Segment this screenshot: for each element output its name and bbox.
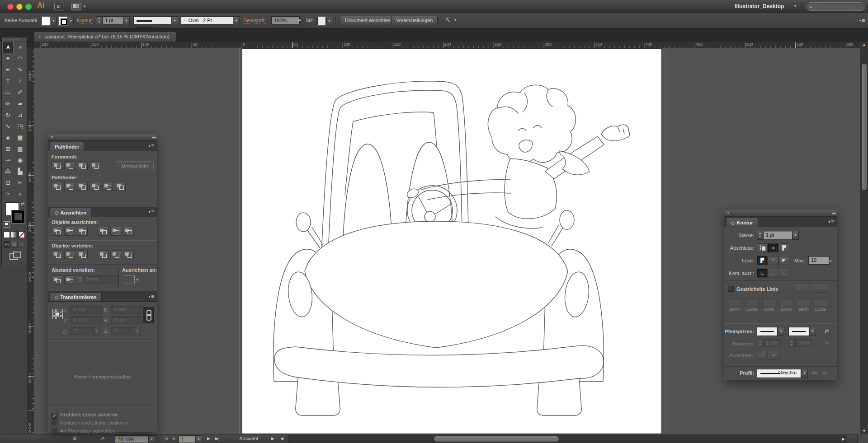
- align-center-h-icon[interactable]: [64, 227, 75, 236]
- y-field[interactable]: 0 mm: [71, 316, 102, 324]
- trim-icon[interactable]: [64, 182, 75, 191]
- rotate-caret-icon[interactable]: ▼: [93, 327, 100, 336]
- rectangle-tool[interactable]: ▭: [2, 87, 14, 98]
- align-left-icon[interactable]: [52, 227, 62, 236]
- control-panel-menu-icon[interactable]: ≣: [859, 18, 865, 23]
- swap-arrowheads-icon[interactable]: ⇄: [825, 328, 829, 334]
- isolate-selection-icon[interactable]: ⇱: [445, 17, 450, 23]
- align-stroke-outside-icon[interactable]: ∟: [778, 269, 789, 278]
- distribute-top-icon[interactable]: [52, 250, 62, 259]
- mesh-tool[interactable]: ⊞: [2, 143, 14, 154]
- merge-icon[interactable]: [77, 182, 88, 191]
- h-field[interactable]: 0 mm: [111, 316, 142, 324]
- horizontal-scrollbar[interactable]: ▶: [288, 435, 847, 443]
- profile-caret-icon[interactable]: ▼: [801, 369, 808, 378]
- zoom-tool[interactable]: ⌕: [14, 188, 26, 200]
- paintbrush-tool[interactable]: ✐: [14, 87, 26, 98]
- align-right-icon[interactable]: [77, 227, 88, 236]
- align-bottom-icon[interactable]: [123, 227, 134, 236]
- scale-tool[interactable]: ⊿: [14, 109, 26, 121]
- opacity-caret-icon[interactable]: ▶: [298, 18, 301, 22]
- rotate-field[interactable]: 0°: [71, 327, 95, 335]
- x-field[interactable]: 0 mm: [71, 306, 102, 314]
- arrowhead-end-combo[interactable]: [788, 327, 809, 336]
- draw-normal-icon[interactable]: ◰: [4, 241, 10, 248]
- dash-value-field[interactable]: [745, 298, 760, 306]
- distribute-v-space-icon[interactable]: [52, 275, 62, 284]
- artboard-caret-icon[interactable]: ▼: [195, 435, 202, 443]
- arrowhead-end-caret-icon[interactable]: ▼: [809, 327, 816, 336]
- status-indicator[interactable]: Auswahl: [222, 436, 276, 441]
- horizontal-ruler[interactable]: 2001501005005010015020025030035040045050…: [34, 42, 860, 49]
- fill-color-caret-icon[interactable]: ▼: [51, 17, 57, 25]
- horizontal-scrollbar-thumb[interactable]: [434, 436, 559, 442]
- arrow-align-end-icon[interactable]: ⇥: [768, 351, 778, 360]
- weight-stepper[interactable]: ▲▼: [757, 231, 763, 240]
- distribute-left-icon[interactable]: [98, 250, 108, 259]
- vertical-scrollbar[interactable]: ▲ ▼: [860, 42, 868, 434]
- pathfinder-panel-menu-icon[interactable]: ≣: [149, 143, 155, 149]
- preferences-button[interactable]: Voreinstellungen: [391, 16, 438, 25]
- checkbox-empty-icon[interactable]: [728, 286, 734, 292]
- distribute-center-h-icon[interactable]: [110, 250, 121, 259]
- zoom-level-field[interactable]: 78,15%: [115, 435, 151, 443]
- none-button[interactable]: [19, 231, 25, 238]
- first-artboard-icon[interactable]: |◀: [164, 436, 168, 441]
- workspace-caret-icon[interactable]: ▼: [793, 4, 797, 8]
- style-caret-icon[interactable]: ▼: [326, 17, 332, 25]
- stroke-weight-field[interactable]: 1 pt: [102, 16, 123, 24]
- artboard-tool[interactable]: ⊡: [2, 177, 14, 188]
- dash-preset-icon[interactable]: ⌐¬: [793, 284, 810, 293]
- brush-definition-caret-icon[interactable]: ▼: [233, 16, 240, 25]
- symbol-sprayer-tool[interactable]: ⁂: [2, 166, 14, 177]
- weight-field[interactable]: 1 pt: [763, 231, 794, 239]
- join-bevel-icon[interactable]: ◤: [778, 256, 789, 265]
- intersect-icon[interactable]: [77, 161, 88, 170]
- tab-ausrichten[interactable]: ◇Ausrichten: [50, 208, 91, 217]
- align-top-icon[interactable]: [98, 227, 108, 236]
- scroll-down-icon[interactable]: ▼: [862, 429, 866, 433]
- panel-collapse-icon[interactable]: ◀◀: [152, 135, 155, 139]
- style-swatch[interactable]: [317, 17, 326, 25]
- ruler-corner[interactable]: [27, 42, 34, 48]
- vertical-ruler[interactable]: 1 5 02 0 02 5 03 0 03 5 04 0 04 5 05 0 0: [27, 48, 34, 434]
- checkbox-pixel-grid[interactable]: An Pixelraster ausrichten: [52, 426, 115, 434]
- arrowhead-start-caret-icon[interactable]: ▼: [778, 327, 784, 336]
- tab-pathfinder[interactable]: Pathfinder: [50, 142, 84, 151]
- window-resize-corner[interactable]: [857, 434, 868, 443]
- rotate-tool[interactable]: ↻: [2, 109, 14, 121]
- panel-expand-icon[interactable]: ◇: [55, 294, 58, 300]
- align-stroke-center-icon[interactable]: ∟: [757, 269, 768, 278]
- scroll-right-icon[interactable]: ▶: [842, 437, 845, 441]
- profile-combo[interactable]: Gleichm.: [757, 369, 801, 378]
- hand-tool[interactable]: ☞: [2, 188, 14, 200]
- opacity-field[interactable]: 100%: [271, 16, 300, 24]
- arrow-scale-field-1[interactable]: 100%: [763, 339, 781, 347]
- flip-along-icon[interactable]: ⋊: [822, 370, 827, 376]
- checkbox-empty-icon[interactable]: [52, 420, 57, 425]
- workspace-switcher[interactable]: Illustrator_Desktop: [735, 3, 784, 9]
- swap-fill-stroke-icon[interactable]: ⇄: [21, 201, 24, 206]
- dash-value-field[interactable]: [779, 298, 794, 306]
- sync-settings-icon[interactable]: ⚙: [72, 435, 77, 442]
- stroke-color-swatch[interactable]: [59, 17, 67, 25]
- umwandeln-button[interactable]: Umwandeln: [116, 161, 154, 170]
- outline-icon[interactable]: [102, 182, 113, 191]
- last-artboard-icon[interactable]: ▶|: [215, 436, 219, 441]
- document-tab[interactable]: ×saxoprint_Reiseplakat.ai* bei 78,15 % (…: [34, 31, 176, 42]
- cap-butt-icon[interactable]: ╏▆: [757, 243, 768, 252]
- crop-icon[interactable]: [90, 182, 100, 191]
- kontur-panel-menu-icon[interactable]: ≣: [829, 219, 835, 225]
- gradient-button[interactable]: [11, 231, 17, 238]
- bridge-button[interactable]: Br: [54, 3, 63, 10]
- spacing-stepper[interactable]: ▲▼: [77, 275, 83, 284]
- fill-color-swatch[interactable]: [42, 17, 50, 25]
- distribute-h-space-icon[interactable]: [64, 275, 75, 284]
- divide-icon[interactable]: [52, 182, 62, 191]
- miter-field[interactable]: 10: [808, 256, 830, 265]
- selection-tool[interactable]: ➤: [2, 41, 14, 53]
- cap-round-icon[interactable]: ◖: [768, 243, 778, 252]
- flip-across-icon[interactable]: ⋈: [812, 370, 817, 376]
- distribute-center-v-icon[interactable]: [64, 250, 75, 259]
- blend-tool[interactable]: ◉: [14, 154, 26, 166]
